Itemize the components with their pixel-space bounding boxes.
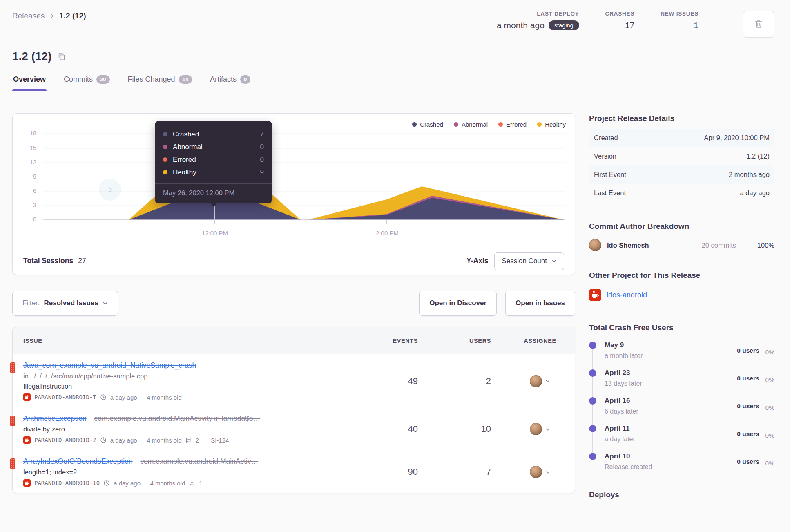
timeline-date: April 10 xyxy=(605,452,652,460)
legend-item-crashed[interactable]: Crashed xyxy=(412,121,443,128)
timeline-percent: 0% xyxy=(765,349,774,356)
legend-errored-label: Errored xyxy=(506,121,527,128)
tooltip-crashed-label: Crashed xyxy=(173,130,199,139)
last-deploy-label: LAST DEPLOY xyxy=(497,11,579,17)
assignee-dropdown[interactable] xyxy=(505,423,575,435)
timeline-users: 0 users xyxy=(737,347,759,354)
breadcrumb-releases-link[interactable]: Releases xyxy=(12,11,45,20)
timeline-sub: a month later xyxy=(605,352,643,360)
assignee-dropdown[interactable] xyxy=(505,375,575,387)
errored-dot-icon xyxy=(498,122,503,127)
timeline-item: May 9 a month later 0 users 0% xyxy=(589,341,774,360)
issue-message: IllegalInstruction xyxy=(23,382,383,390)
issues-filter-dropdown[interactable]: Filter: Resolved Issues xyxy=(12,291,118,316)
tooltip-abnormal-label: Abnormal xyxy=(173,143,203,151)
java-platform-icon xyxy=(23,479,31,487)
clock-icon xyxy=(100,394,107,400)
other-project-link[interactable]: idos-android xyxy=(607,291,647,300)
errored-dot-icon xyxy=(163,157,167,162)
deploys-section: Deploys xyxy=(589,490,774,499)
detail-label: Last Event xyxy=(594,189,626,197)
tooltip-row-abnormal: Abnormal0 xyxy=(163,141,264,153)
tooltip-crashed-value: 7 xyxy=(260,130,264,139)
filter-label: Filter: xyxy=(22,299,40,307)
chevron-down-icon xyxy=(545,427,550,432)
tab-artifacts[interactable]: Artifacts 0 xyxy=(209,73,251,91)
timeline-percent: 0% xyxy=(765,432,774,439)
issue-events-count: 40 xyxy=(383,424,444,434)
authors-heading: Commit Author Breakdown xyxy=(589,222,774,231)
detail-value: a day ago xyxy=(740,189,770,197)
release-stats: LAST DEPLOY a month ago staging CRASHES … xyxy=(497,11,774,38)
legend-item-abnormal[interactable]: Abnormal xyxy=(454,121,488,128)
issues-table-header: ISSUE EVENTS USERS ASSIGNEE xyxy=(13,327,575,354)
legend-healthy-label: Healthy xyxy=(545,121,566,128)
filter-selected-value: Resolved Issues xyxy=(44,299,98,307)
healthy-dot-icon xyxy=(537,122,542,127)
project-release-details-section: Project Release Details Created Apr 9, 2… xyxy=(589,114,774,202)
issues-controls: Filter: Resolved Issues Open in Discover… xyxy=(12,291,575,316)
legend-item-healthy[interactable]: Healthy xyxy=(537,121,566,128)
crashed-dot-icon xyxy=(163,132,167,136)
other-project-section: Other Project for This Release idos-andr… xyxy=(589,271,774,301)
new-issues-label: NEW ISSUES xyxy=(661,11,699,17)
issue-title-link[interactable]: Java_com_example_vu_android_NativeSample… xyxy=(23,361,196,369)
open-in-issues-button[interactable]: Open in Issues xyxy=(505,291,575,316)
issue-row: ArrayIndexOutOfBoundsException com.examp… xyxy=(13,450,575,493)
legend-item-errored[interactable]: Errored xyxy=(498,121,527,128)
assignee-dropdown[interactable] xyxy=(505,466,575,478)
column-issue: ISSUE xyxy=(13,338,383,344)
detail-row-version: Version 1.2 (12) xyxy=(589,147,774,165)
comments-icon xyxy=(185,437,192,443)
other-project-row: idos-android xyxy=(589,289,774,301)
open-in-discover-button[interactable]: Open in Discover xyxy=(419,291,497,316)
java-platform-icon xyxy=(23,436,31,444)
assignee-avatar xyxy=(530,423,542,435)
y-axis-select[interactable]: Session Count xyxy=(494,252,564,270)
issue-culprit: com.example.vu.android.MainActiv… xyxy=(140,457,258,465)
delete-release-button[interactable] xyxy=(743,11,774,38)
issue-events-count: 49 xyxy=(383,376,444,387)
issue-message: divide by zero xyxy=(23,425,383,433)
clock-icon xyxy=(100,437,107,443)
tab-commits[interactable]: Commits 20 xyxy=(63,73,110,91)
y-tick-18: 18 xyxy=(13,130,36,136)
y-tick-3: 3 xyxy=(13,202,36,208)
detail-value: 2 months ago xyxy=(729,171,770,179)
java-platform-icon xyxy=(23,393,31,401)
detail-label: Version xyxy=(594,152,616,160)
issue-title-link[interactable]: ArithmeticException xyxy=(23,414,87,422)
healthy-dot-icon xyxy=(163,170,167,174)
sessions-chart[interactable]: Crashed Abnormal Errored Healthy 18 15 1… xyxy=(13,114,575,247)
x-tick-2pm: 2:00 PM xyxy=(363,230,412,237)
column-users: USERS xyxy=(444,338,505,344)
chart-legend: Crashed Abnormal Errored Healthy xyxy=(412,121,566,128)
timeline-users: 0 users xyxy=(737,402,759,410)
issue-title-link[interactable]: ArrayIndexOutOfBoundsException xyxy=(23,457,133,465)
tab-overview[interactable]: Overview xyxy=(12,73,47,91)
release-sidebar: Project Release Details Created Apr 9, 2… xyxy=(589,113,774,499)
author-row: Ido Shemesh 20 commits 100% xyxy=(589,239,774,251)
copy-icon[interactable] xyxy=(57,52,66,61)
tooltip-guide-line xyxy=(214,205,215,221)
comments-count: 1 xyxy=(199,480,202,487)
tab-files-changed[interactable]: Files Changed 14 xyxy=(127,73,193,91)
tab-files-changed-label: Files Changed xyxy=(128,75,175,84)
timeline-users: 0 users xyxy=(737,375,759,382)
chart-plot-area[interactable] xyxy=(43,123,565,225)
timeline-date: May 9 xyxy=(605,341,643,349)
column-events: EVENTS xyxy=(383,338,444,344)
total-sessions-value: 27 xyxy=(78,257,86,265)
tab-artifacts-label: Artifacts xyxy=(210,75,237,84)
issue-users-count: 7 xyxy=(444,467,505,477)
chart-footer: Total Sessions 27 Y-Axis Session Count xyxy=(13,247,575,275)
timeline-date: April 11 xyxy=(605,425,635,433)
tooltip-healthy-label: Healthy xyxy=(173,168,196,177)
tooltip-row-crashed: Crashed7 xyxy=(163,128,264,141)
timeline-dot-icon xyxy=(589,397,596,405)
breadcrumb-current: 1.2 (12) xyxy=(59,11,86,20)
author-commit-count: 20 commits xyxy=(702,241,736,249)
issue-row: Java_com_example_vu_android_NativeSample… xyxy=(13,354,575,407)
y-axis-label: Y-Axis xyxy=(466,257,489,265)
timeline-percent: 0% xyxy=(765,404,774,411)
